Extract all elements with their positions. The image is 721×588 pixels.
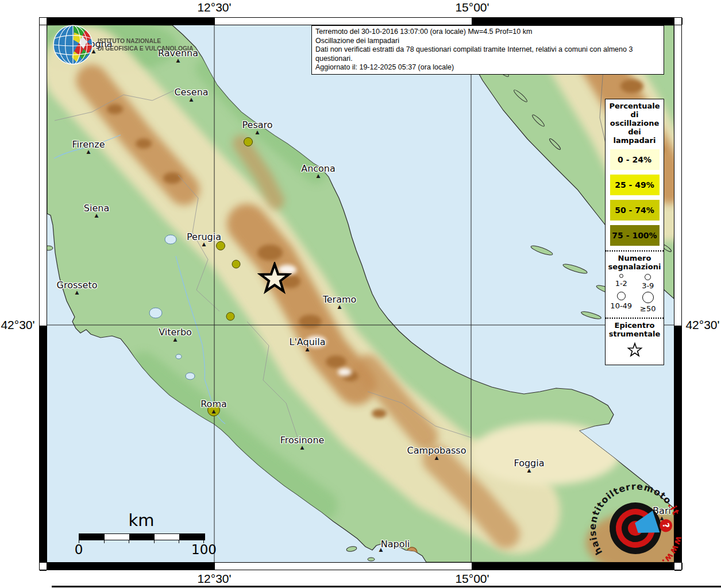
legend: Percentuale di oscillazione dei lampadar…: [605, 99, 664, 365]
scale-bar-unit: km: [128, 510, 154, 530]
ingv-logo: ISTITUTO NAZIONALE DI GEOFISICA E VULCAN…: [52, 23, 187, 70]
report-dot: [207, 404, 220, 416]
info-line-event: Terremoto del 30-10-2016 13:07:00 (ora l…: [315, 28, 660, 37]
map-canvas: km 0 100 Bologna▲Ravenna▲Cesena▲Pesaro▲A…: [0, 0, 721, 588]
epicenter-star: [257, 262, 292, 296]
report-dot: [244, 137, 253, 146]
report-dot: [232, 260, 241, 269]
ingv-wordmark: ISTITUTO NAZIONALE DI GEOFISICA E VULCAN…: [98, 37, 193, 52]
legend-epicenter-star-icon: [626, 342, 643, 359]
legend-swatch: 50 - 74%: [610, 200, 660, 220]
frame-corner: [674, 17, 682, 25]
count-circle-icon: [619, 274, 623, 278]
legend-count-item: ≥50: [635, 292, 661, 313]
frame-corner: [39, 562, 47, 570]
legend-percent-title: Percentuale di oscillazione dei lampadar…: [606, 102, 664, 145]
frame-left: [39, 17, 47, 570]
frame-bottom: [39, 562, 682, 570]
legend-swatch: 25 - 49%: [610, 175, 660, 195]
scale-bar-end: 100: [191, 542, 217, 557]
ingv-globe-icon: [52, 23, 95, 67]
legend-swatch: 0 - 24%: [610, 149, 660, 170]
legend-count-item: 3-9: [635, 274, 661, 290]
parallel-label: 42°30': [685, 318, 719, 332]
legend-epicenter-title: Epicentro strumentale: [606, 321, 664, 338]
meridian-label: 15°00': [455, 572, 489, 586]
report-dot: [216, 241, 225, 250]
scale-bar-segments: [79, 533, 205, 540]
meridian-label: 12°30': [197, 1, 231, 14]
scale-bar-start: 0: [75, 542, 83, 557]
count-label: 3-9: [642, 281, 654, 290]
count-label: ≥50: [640, 304, 656, 313]
scale-bar: km 0 100: [79, 533, 204, 540]
frame-corner: [39, 17, 47, 25]
legend-count-item: 10-49: [608, 292, 634, 313]
info-line-disclaimer: Dati non verificati estratti da 78 quest…: [315, 45, 660, 63]
legend-count-title: Numero segnalazioni: [606, 254, 664, 271]
count-circle-icon: [642, 292, 654, 303]
report-dot: [226, 312, 235, 321]
count-circle-icon: [617, 292, 626, 300]
count-circle-icon: [645, 274, 651, 280]
legend-count-item: 1-2: [608, 274, 634, 290]
info-box: Terremoto del 30-10-2016 13:07:00 (ora l…: [311, 25, 664, 75]
parallel-label: 42°30': [1, 318, 34, 332]
count-label: 1-2: [615, 279, 627, 288]
legend-swatches: 0 - 24%25 - 49%50 - 74%75 - 100%: [606, 149, 664, 246]
hsit-logo: haisentitoilterremoto.it www. ?: [589, 482, 681, 574]
bottom-rule: [52, 586, 721, 587]
meridian-label: 12°30': [197, 572, 231, 586]
count-label: 10-49: [610, 301, 632, 310]
info-line-effect: Oscillazione dei lampadari: [315, 37, 660, 46]
meridian-label: 15°00': [455, 1, 489, 14]
legend-divider: [606, 250, 664, 252]
legend-swatch: 75 - 100%: [610, 225, 660, 246]
legend-count-symbols: 1-23-910-49≥50: [606, 271, 664, 313]
legend-divider: [606, 318, 664, 319]
info-line-updated: Aggiornato il: 19-12-2025 05:37 (ora loc…: [315, 63, 660, 72]
terrain-map: [47, 25, 674, 562]
